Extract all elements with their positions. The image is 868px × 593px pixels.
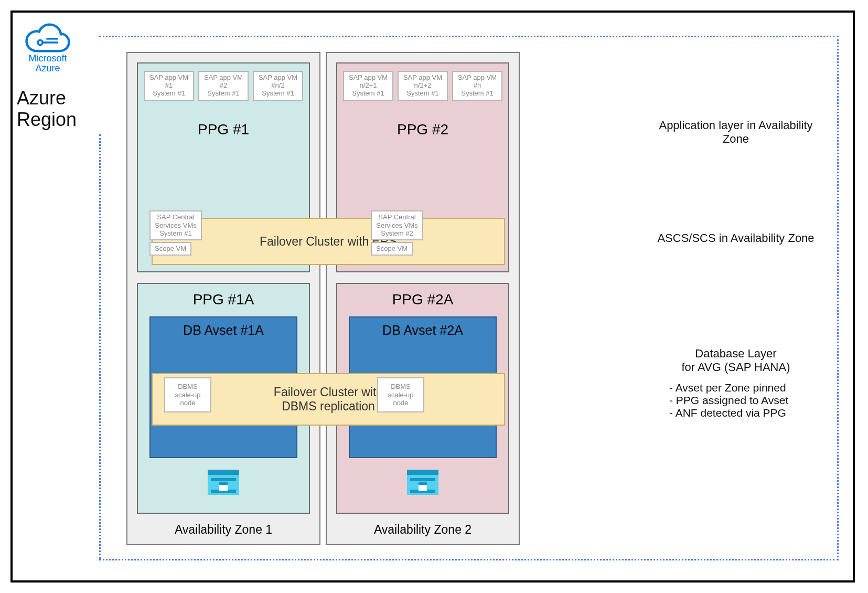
bullet: ANF detected via PPG: [669, 407, 817, 419]
note-db-layer: Database Layer for AVG (SAP HANA) Avset …: [655, 347, 817, 419]
svg-rect-8: [219, 482, 228, 485]
sap-app-vm: SAP app VM n/2+2 System #1: [398, 71, 448, 101]
ppg-1-title: PPG #1: [138, 121, 309, 138]
svg-rect-14: [419, 482, 427, 485]
svg-point-0: [38, 40, 42, 45]
ppg-1a-title: PPG #1A: [138, 291, 309, 308]
az1-label: Availability Zone 1: [127, 523, 319, 537]
failover-cluster-ers: Failover Cluster with ERS: [152, 218, 505, 265]
brand-line2: Azure: [35, 63, 60, 73]
svg-rect-5: [211, 478, 236, 481]
sap-app-vm: SAP app VM #n/2 System #1: [253, 71, 303, 101]
svg-rect-11: [410, 478, 435, 481]
dbms-scaleup-node: DBMS scale-up node: [377, 377, 424, 412]
svg-rect-3: [208, 470, 239, 475]
bullet: PPG assigned to Avset: [669, 394, 817, 407]
scope-vm: Scope VM: [149, 242, 191, 256]
brand-line1: Microsoft: [28, 53, 67, 63]
bullet: Avset per Zone pinned: [669, 382, 817, 394]
azure-logo: Microsoft Azure: [24, 22, 71, 73]
app-vm-row-az2: SAP app VM n/2+1 System #1 SAP app VM n/…: [342, 71, 503, 101]
region-label: AzureRegion: [17, 87, 77, 131]
az2-label: Availability Zone 2: [327, 523, 519, 537]
anf-storage-icon: [406, 469, 440, 498]
scope-vm: Scope VM: [371, 242, 413, 256]
availability-zone-1: SAP app VM #1 System #1 SAP app VM #2 Sy…: [126, 52, 320, 545]
ppg-2-title: PPG #2: [337, 121, 508, 138]
sap-app-vm: SAP app VM #1 System #1: [144, 71, 194, 101]
anf-storage-icon: [207, 469, 240, 498]
ppg-2a-title: PPG #2A: [337, 291, 508, 308]
sap-central-services-vm: SAP Central Services VMs System #2: [371, 210, 423, 240]
availability-zone-2: SAP app VM n/2+1 System #1 SAP app VM n/…: [326, 52, 520, 545]
app-vm-row-az1: SAP app VM #1 System #1 SAP app VM #2 Sy…: [143, 71, 304, 101]
diagram-frame: Microsoft Azure AzureRegion SAP app VM #…: [10, 10, 855, 583]
sap-app-vm: SAP app VM #n System #1: [452, 71, 502, 101]
region-boundary: SAP app VM #1 System #1 SAP app VM #2 Sy…: [99, 36, 839, 560]
sap-central-services-vm: SAP Central Services VMs System #1: [149, 210, 202, 240]
sap-app-vm: SAP app VM #2 System #1: [198, 71, 249, 101]
svg-rect-9: [407, 470, 438, 475]
sap-app-vm: SAP app VM n/2+1 System #1: [343, 71, 393, 101]
azure-cloud-icon: [24, 22, 71, 54]
dbms-scaleup-node: DBMS scale-up node: [164, 377, 211, 412]
note-app-layer: Application layer in Availability Zone: [655, 119, 817, 146]
note-ascs: ASCS/SCS in Availability Zone: [655, 231, 817, 245]
